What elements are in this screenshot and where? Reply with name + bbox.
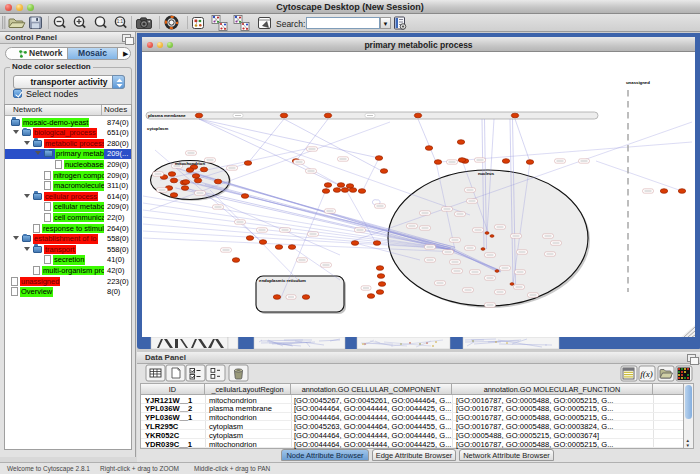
svg-text:unassigned: unassigned [626, 80, 650, 85]
svg-text:endoplasmic reticulum: endoplasmic reticulum [259, 278, 306, 283]
svg-text:f(x): f(x) [640, 369, 653, 379]
svg-text:plasma membrane: plasma membrane [148, 113, 186, 118]
svg-text:cytoplasm: cytoplasm [147, 126, 168, 131]
svg-text:1:1: 1:1 [117, 19, 124, 24]
svg-text:mitochondrion: mitochondrion [175, 161, 205, 166]
svg-text:nucleus: nucleus [478, 171, 495, 176]
